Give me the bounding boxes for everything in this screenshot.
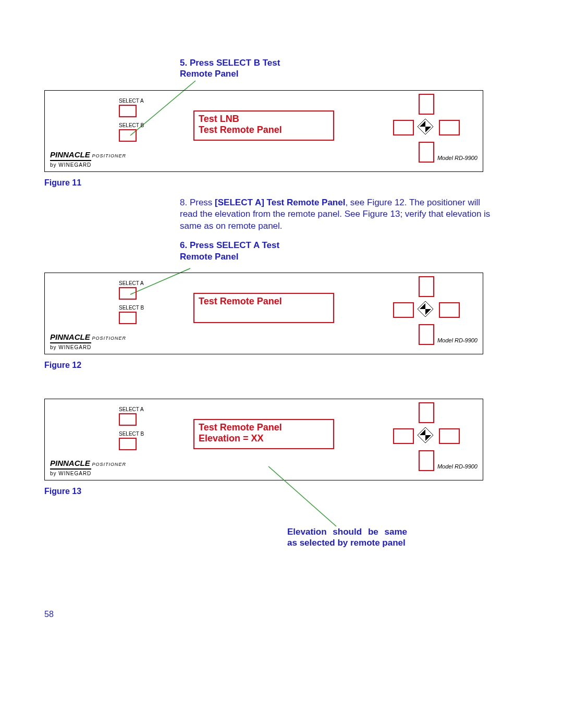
select-b-label: SELECT B [119, 431, 144, 437]
dpad [378, 402, 472, 470]
page-number: 58 [44, 610, 54, 619]
dpad-down-button[interactable] [419, 324, 434, 345]
select-a-button[interactable] [119, 287, 137, 300]
dpad [378, 94, 472, 162]
brand-pinnacle: PINNACLE [50, 150, 90, 159]
brand-block: PINNACLE POSITIONER by WINEGARD [50, 150, 126, 168]
lcd-line1: Test Remote Panel [199, 422, 329, 434]
brand-by: by WINEGARD [50, 160, 91, 168]
select-b-button[interactable] [119, 438, 137, 450]
select-a-button[interactable] [119, 105, 137, 117]
step-8-text: 8. Press [SELECT A] Test Remote Panel, s… [180, 197, 493, 233]
brand-positioner: POSITIONER [92, 336, 127, 341]
select-a-label: SELECT A [119, 280, 144, 286]
select-buttons-group: SELECT A SELECT B [119, 280, 144, 329]
dpad-left-button[interactable] [393, 120, 414, 135]
dpad-center-icon [418, 427, 433, 443]
dpad-right-button[interactable] [439, 120, 460, 135]
callout-step6: 6. Press SELECT A Test Remote Panel [180, 240, 295, 262]
dpad-right-button[interactable] [439, 428, 460, 444]
lcd-display: Test LNB Test Remote Panel [193, 110, 334, 141]
lcd-line2: Test Remote Panel [199, 125, 329, 136]
dpad-down-button[interactable] [419, 142, 434, 163]
dpad [378, 276, 472, 344]
select-a-label: SELECT A [119, 406, 144, 412]
model-label: Model RD-9900 [437, 337, 478, 343]
select-b-button[interactable] [119, 129, 137, 142]
lcd-display: Test Remote Panel Elevation = XX [193, 419, 334, 449]
brand-block: PINNACLE POSITIONER by WINEGARD [50, 459, 126, 477]
dpad-center-icon [418, 301, 433, 317]
device-panel-figure13: SELECT A SELECT B Test Remote Panel Elev… [44, 399, 483, 480]
model-label: Model RD-9900 [437, 463, 478, 470]
brand-pinnacle: PINNACLE [50, 459, 90, 467]
dpad-center-icon [418, 119, 433, 134]
callout-step5: 5. Press SELECT B Test Remote Panel [180, 57, 295, 80]
select-buttons-group: SELECT A SELECT B [119, 98, 144, 147]
dpad-down-button[interactable] [419, 450, 434, 471]
dpad-right-button[interactable] [439, 302, 460, 318]
figure-13-caption: Figure 13 [44, 487, 519, 496]
dpad-up-button[interactable] [419, 402, 434, 423]
select-b-button[interactable] [119, 312, 137, 324]
step8-bold: [SELECT A] Test Remote Panel [215, 198, 345, 207]
lcd-line1: Test LNB [199, 114, 329, 125]
brand-block: PINNACLE POSITIONER by WINEGARD [50, 332, 126, 351]
callout-elevation: Elevation should be same as selected by … [287, 526, 407, 549]
figure-11-caption: Figure 11 [44, 178, 519, 188]
dpad-left-button[interactable] [393, 428, 414, 444]
brand-positioner: POSITIONER [92, 153, 127, 158]
step8-pre: 8. Press [180, 198, 215, 207]
device-panel-figure11: SELECT A SELECT B Test LNB Test Remote P… [44, 90, 483, 172]
dpad-up-button[interactable] [419, 276, 434, 297]
brand-positioner: POSITIONER [92, 462, 127, 467]
lcd-line2: Elevation = XX [199, 433, 329, 445]
select-buttons-group: SELECT A SELECT B [119, 406, 144, 455]
select-b-label: SELECT B [119, 305, 144, 311]
model-label: Model RD-9900 [437, 155, 478, 161]
select-b-label: SELECT B [119, 122, 144, 128]
dpad-left-button[interactable] [393, 302, 414, 318]
brand-pinnacle: PINNACLE [50, 332, 90, 341]
select-a-label: SELECT A [119, 98, 144, 104]
lcd-line1: Test Remote Panel [199, 296, 329, 307]
brand-by: by WINEGARD [50, 342, 91, 350]
dpad-up-button[interactable] [419, 94, 434, 115]
brand-by: by WINEGARD [50, 468, 91, 476]
figure-12-caption: Figure 12 [44, 361, 519, 370]
device-panel-figure12: SELECT A SELECT B Test Remote Panel PINN… [44, 273, 483, 354]
select-a-button[interactable] [119, 413, 137, 426]
lcd-display: Test Remote Panel [193, 293, 334, 323]
